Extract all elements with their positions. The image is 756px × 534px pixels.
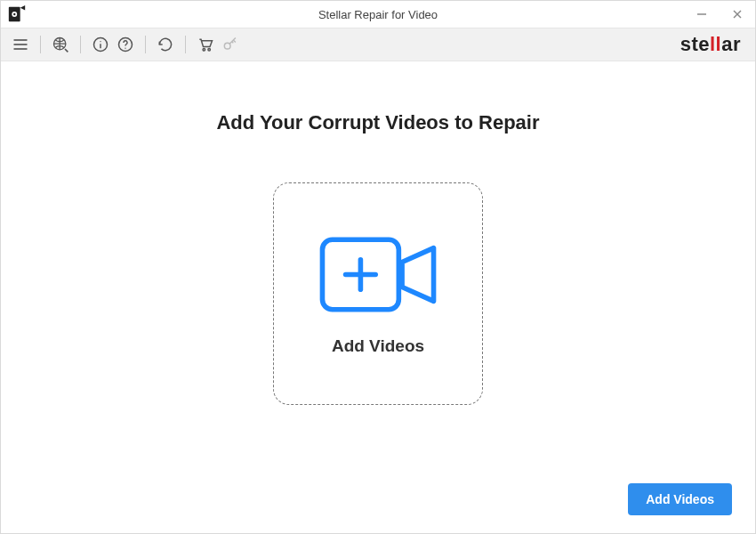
svg-point-17 [224, 43, 230, 49]
cart-icon[interactable] [193, 32, 218, 57]
page-title: Add Your Corrupt Videos to Repair [1, 111, 755, 134]
toolbar-separator [145, 36, 146, 53]
svg-point-16 [208, 49, 211, 52]
add-videos-dropzone[interactable]: Add Videos [273, 182, 483, 405]
toolbar-separator [80, 36, 81, 53]
window-controls [684, 1, 755, 28]
svg-point-11 [100, 41, 101, 42]
dropzone-label: Add Videos [332, 336, 424, 356]
add-videos-button[interactable]: Add Videos [628, 483, 732, 515]
window-title: Stellar Repair for Video [1, 8, 755, 21]
minimize-button[interactable] [684, 1, 720, 28]
brand-text-post: ar [721, 33, 741, 55]
toolbar-separator [185, 36, 186, 53]
toolbar: stellar [1, 28, 755, 61]
video-plus-icon [316, 232, 440, 320]
app-icon [4, 2, 29, 27]
close-button[interactable] [720, 1, 755, 28]
brand-logo: stellar [680, 33, 741, 56]
footer-actions: Add Videos [628, 483, 732, 515]
brand-text-accent: ll [710, 33, 721, 55]
help-icon[interactable] [113, 32, 138, 57]
svg-point-2 [13, 13, 15, 15]
svg-point-14 [125, 48, 125, 49]
toolbar-separator [40, 36, 41, 53]
titlebar: Stellar Repair for Video [1, 1, 755, 28]
info-icon[interactable] [88, 32, 113, 57]
key-icon[interactable] [218, 32, 243, 57]
svg-point-15 [203, 49, 205, 52]
app-window: Stellar Repair for Video [0, 0, 756, 534]
globe-icon[interactable] [48, 32, 73, 57]
refresh-icon[interactable] [153, 32, 178, 57]
main-content: Add Your Corrupt Videos to Repair Add Vi… [1, 61, 755, 533]
brand-text-pre: ste [680, 33, 710, 55]
menu-icon[interactable] [8, 32, 33, 57]
